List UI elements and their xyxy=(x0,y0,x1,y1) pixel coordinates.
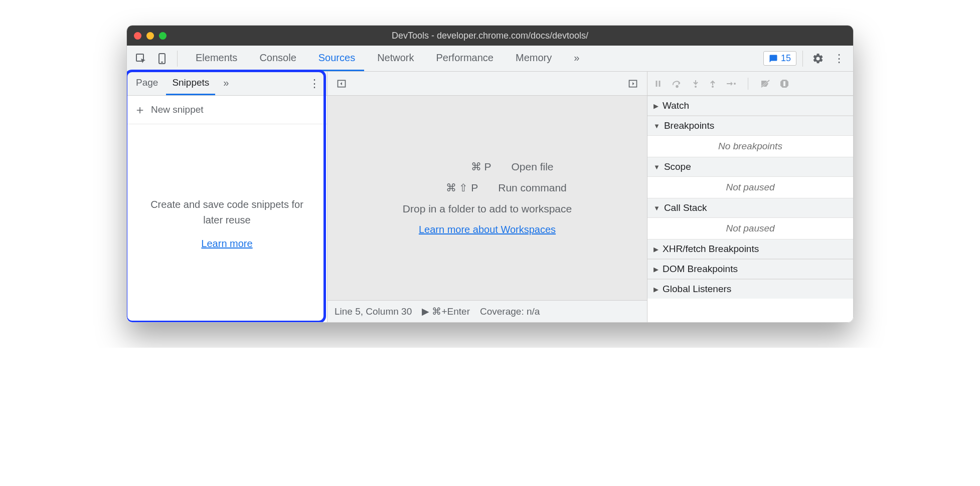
more-icon[interactable]: ⋮ xyxy=(830,50,848,68)
pause-exceptions-icon[interactable] xyxy=(779,79,789,89)
new-snippet-label: New snippet xyxy=(151,104,204,115)
settings-icon[interactable] xyxy=(809,50,827,68)
hide-debugger-icon[interactable] xyxy=(624,75,642,93)
deactivate-breakpoints-icon[interactable] xyxy=(760,79,770,88)
tab-snippets[interactable]: Snippets xyxy=(166,72,215,95)
tab-page[interactable]: Page xyxy=(130,72,164,95)
editor-panel: ⌘ P Open file ⌘ ⇧ P Run command Drop in … xyxy=(328,72,647,322)
collapsed-icon: ▶ xyxy=(654,246,659,253)
open-file-label: Open file xyxy=(511,161,553,173)
issues-count: 15 xyxy=(781,53,791,64)
svg-rect-13 xyxy=(783,81,785,86)
status-run-shortcut: ▶ ⌘+Enter xyxy=(422,306,470,317)
workspaces-learn-more-link[interactable]: Learn more about Workspaces xyxy=(419,224,556,235)
issues-button[interactable]: 15 xyxy=(763,51,796,66)
editor-tabstrip xyxy=(328,72,647,96)
expanded-icon: ▼ xyxy=(654,163,660,171)
editor-status-bar: Line 5, Column 30 ▶ ⌘+Enter Coverage: n/… xyxy=(328,300,647,322)
svg-point-8 xyxy=(695,86,697,88)
collapsed-icon: ▶ xyxy=(654,102,659,110)
svg-rect-5 xyxy=(656,81,658,87)
hide-navigator-icon[interactable] xyxy=(333,75,351,93)
new-snippet-button[interactable]: ＋ New snippet xyxy=(127,96,327,124)
expanded-icon: ▼ xyxy=(654,204,660,212)
section-dom-breakpoints[interactable]: ▶ DOM Breakpoints xyxy=(647,259,853,279)
step-icon[interactable] xyxy=(726,80,736,87)
pause-icon[interactable] xyxy=(654,79,663,88)
drop-folder-text: Drop in a folder to add to workspace xyxy=(403,203,572,215)
main-tabs: Elements Console Sources Network Perform… xyxy=(187,46,588,71)
collapsed-icon: ▶ xyxy=(654,286,659,293)
step-over-icon[interactable] xyxy=(672,79,683,88)
tab-console[interactable]: Console xyxy=(250,46,305,71)
tab-sources[interactable]: Sources xyxy=(309,46,364,71)
svg-point-7 xyxy=(676,85,678,87)
tab-memory[interactable]: Memory xyxy=(507,46,561,71)
breakpoints-empty: No breakpoints xyxy=(647,136,853,157)
collapsed-icon: ▶ xyxy=(654,266,659,273)
snippets-learn-more-link[interactable]: Learn more xyxy=(201,238,252,250)
device-toolbar-icon[interactable] xyxy=(153,50,171,68)
navigator-tabs: Page Snippets » ⋮ xyxy=(127,72,327,96)
window-title: DevTools - developer.chrome.com/docs/dev… xyxy=(127,31,853,41)
titlebar: DevTools - developer.chrome.com/docs/dev… xyxy=(127,26,853,46)
tab-performance[interactable]: Performance xyxy=(427,46,503,71)
tab-network[interactable]: Network xyxy=(368,46,423,71)
section-call-stack[interactable]: ▼ Call Stack xyxy=(647,198,853,218)
scope-empty: Not paused xyxy=(647,177,853,198)
call-stack-empty: Not paused xyxy=(647,218,853,239)
tab-overflow-icon[interactable]: » xyxy=(565,46,588,71)
tab-elements[interactable]: Elements xyxy=(187,46,246,71)
debugger-toolbar xyxy=(647,72,853,96)
snippets-empty-text: Create and save code snippets for later … xyxy=(142,197,312,228)
navigator-tab-overflow-icon[interactable]: » xyxy=(217,72,235,95)
navigator-panel: Page Snippets » ⋮ ＋ New snippet Create a… xyxy=(127,72,328,322)
snippets-empty-state: Create and save code snippets for later … xyxy=(127,124,327,322)
section-global-listeners[interactable]: ▶ Global Listeners xyxy=(647,279,853,299)
step-into-icon[interactable] xyxy=(692,79,700,88)
debugger-panel: ▶ Watch ▼ Breakpoints No breakpoints ▼ S… xyxy=(647,72,853,322)
section-xhr-breakpoints[interactable]: ▶ XHR/fetch Breakpoints xyxy=(647,239,853,259)
section-watch[interactable]: ▶ Watch xyxy=(647,96,853,116)
devtools-window: DevTools - developer.chrome.com/docs/dev… xyxy=(126,25,854,323)
step-out-icon[interactable] xyxy=(709,79,717,88)
svg-point-9 xyxy=(712,86,714,88)
section-breakpoints[interactable]: ▼ Breakpoints xyxy=(647,116,853,136)
svg-point-10 xyxy=(734,83,736,85)
svg-rect-6 xyxy=(659,81,661,87)
status-coverage: Coverage: n/a xyxy=(480,306,540,317)
open-file-shortcut: ⌘ P xyxy=(421,161,491,173)
section-scope[interactable]: ▼ Scope xyxy=(647,157,853,177)
status-cursor-position: Line 5, Column 30 xyxy=(335,306,412,317)
run-command-shortcut: ⌘ ⇧ P xyxy=(408,182,478,194)
run-command-label: Run command xyxy=(498,182,567,194)
expanded-icon: ▼ xyxy=(654,122,660,130)
editor-empty-state: ⌘ P Open file ⌘ ⇧ P Run command Drop in … xyxy=(328,96,647,300)
navigator-more-icon[interactable]: ⋮ xyxy=(305,77,324,90)
main-toolbar: Elements Console Sources Network Perform… xyxy=(127,46,853,72)
inspect-element-icon[interactable] xyxy=(132,50,150,68)
plus-icon: ＋ xyxy=(134,102,146,118)
